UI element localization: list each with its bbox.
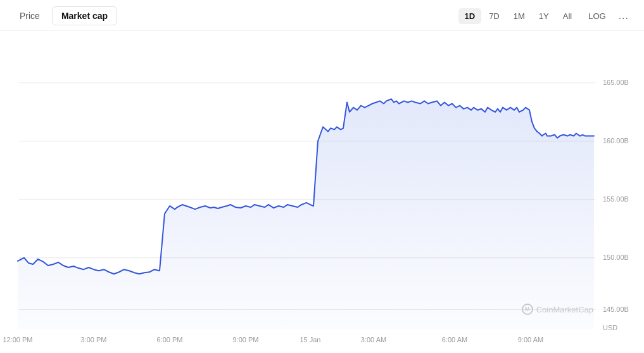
svg-text:9:00 PM: 9:00 PM: [233, 336, 259, 343]
toolbar: Price Market cap 1D 7D 1M 1Y All LOG ...: [0, 0, 644, 31]
watermark: M CoinMarketCap: [522, 304, 593, 315]
svg-text:155.00B: 155.00B: [603, 195, 629, 203]
time-range-group: 1D 7D 1M 1Y All LOG ...: [458, 7, 634, 25]
tab-market-cap[interactable]: Market cap: [52, 6, 117, 25]
svg-text:3:00 AM: 3:00 AM: [361, 336, 386, 343]
time-btn-1y[interactable]: 1Y: [533, 8, 555, 24]
watermark-logo-icon: M: [522, 304, 533, 315]
watermark-text: CoinMarketCap: [536, 305, 593, 314]
svg-text:165.00B: 165.00B: [603, 79, 629, 86]
more-options-button[interactable]: ...: [614, 7, 634, 25]
svg-text:12:00 PM: 12:00 PM: [3, 336, 32, 343]
time-btn-7d[interactable]: 7D: [483, 8, 506, 24]
time-btn-all[interactable]: All: [557, 8, 578, 24]
tab-price[interactable]: Price: [10, 6, 49, 25]
svg-text:6:00 AM: 6:00 AM: [442, 336, 467, 343]
svg-text:150.00B: 150.00B: [603, 254, 629, 261]
svg-text:15 Jan: 15 Jan: [300, 336, 321, 343]
chart-type-tabs: Price Market cap: [10, 6, 117, 25]
svg-text:145.00B: 145.00B: [603, 305, 629, 312]
svg-text:9:00 AM: 9:00 AM: [518, 336, 543, 343]
time-btn-1m[interactable]: 1M: [507, 8, 531, 24]
svg-text:160.00B: 160.00B: [603, 137, 629, 144]
svg-text:6:00 PM: 6:00 PM: [157, 336, 183, 343]
main-container: Price Market cap 1D 7D 1M 1Y All LOG ...: [0, 0, 644, 353]
time-btn-1d[interactable]: 1D: [458, 8, 482, 24]
svg-text:USD: USD: [603, 324, 617, 331]
chart-area: 165.00B 160.00B 155.00B 150.00B 145.00B …: [0, 31, 644, 353]
time-btn-log[interactable]: LOG: [582, 8, 612, 24]
svg-text:3:00 PM: 3:00 PM: [81, 336, 107, 343]
